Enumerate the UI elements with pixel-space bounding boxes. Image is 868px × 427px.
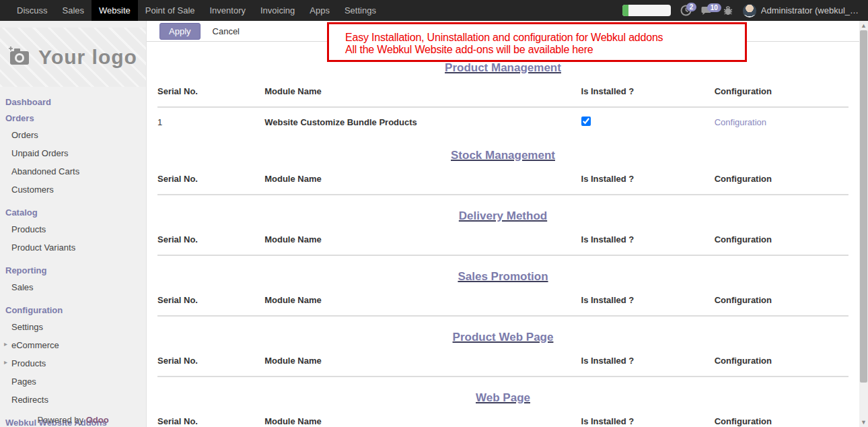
usage-progress-bar[interactable] [622,5,671,16]
column-header-serial-no: Serial No. [157,356,264,366]
sidebar-label: Abandoned Carts [11,166,79,176]
sidebar-header-configuration[interactable]: Configuration [0,302,146,318]
sidebar-item-products[interactable]: Products [0,220,146,238]
column-header-configuration: Configuration [715,416,848,426]
sidebar-label: Catalog [5,207,38,218]
cell-serial: 1 [157,117,264,127]
table-header-row: Serial No.Module NameIs Installed ?Confi… [157,86,848,96]
progress-fill [622,5,628,16]
section-title[interactable]: Delivery Method [157,209,848,223]
sidebar: Your logo DashboardOrdersOrdersUnpaid Or… [0,21,147,427]
sidebar-label: Configuration [5,305,63,315]
column-header-configuration: Configuration [715,234,848,244]
annotation-line2: All the Webkul Website add-ons will be a… [345,44,738,56]
sidebar-item-pages[interactable]: Pages [0,372,146,391]
sidebar-item-product-variants[interactable]: Product Variants [0,238,146,257]
table-divider [157,376,848,377]
column-header-is-installed: Is Installed ? [581,295,715,305]
sidebar-item-ecommerce[interactable]: ▸eCommerce [0,336,146,354]
scroll-up-arrow[interactable]: ▲ [859,21,868,30]
section-title[interactable]: Web Page [157,391,848,405]
section-title[interactable]: Product Web Page [157,331,848,344]
nav-item-discuss[interactable]: Discuss [9,0,55,21]
table-divider [157,255,848,256]
activities-menu[interactable]: 2 [680,5,692,16]
apply-button[interactable]: Apply [159,23,201,40]
caret-right-icon: ▸ [4,340,7,348]
activities-badge: 2 [686,3,697,11]
column-header-serial-no: Serial No. [157,295,264,305]
section-delivery-method: Delivery MethodSerial No.Module NameIs I… [157,209,848,256]
nav-item-point-of-sale[interactable]: Point of Sale [138,0,203,21]
main-content: Apply Cancel Easy Installation, Uninstal… [147,21,859,427]
sidebar-label: Orders [5,113,34,123]
table-header-row: Serial No.Module NameIs Installed ?Confi… [157,234,848,244]
user-menu[interactable]: Administrator (webkul_… [743,4,859,18]
column-header-configuration: Configuration [715,174,848,184]
annotation-line1: Easy Installation, Uninstallation and co… [345,32,738,44]
column-header-is-installed: Is Installed ? [581,86,715,96]
sidebar-header-catalog[interactable]: Catalog [0,204,146,220]
vertical-scrollbar[interactable]: ▲ ▼ [859,21,868,427]
section-title[interactable]: Sales Promotion [157,270,848,284]
section-product-web-page: Product Web PageSerial No.Module NameIs … [157,331,848,377]
powered-by-label: Powered by [37,415,83,425]
sidebar-item-abandoned-carts[interactable]: Abandoned Carts [0,162,146,180]
nav-item-website[interactable]: Website [92,0,138,21]
messages-menu[interactable]: 10 [701,5,713,16]
sidebar-label: eCommerce [11,340,59,350]
sidebar-item-sales[interactable]: Sales [0,278,146,296]
column-header-module-name: Module Name [264,86,581,96]
nav-item-apps[interactable]: Apps [302,0,337,21]
odoo-brand-link[interactable]: Odoo [86,415,109,425]
powered-by: Powered by Odoo [0,415,146,425]
column-header-serial-no: Serial No. [157,86,264,96]
cancel-button[interactable]: Cancel [206,24,246,39]
section-title[interactable]: Product Management [157,61,848,75]
sidebar-item-customers[interactable]: Customers [0,180,146,199]
section-title[interactable]: Stock Management [157,149,848,162]
sidebar-label: Orders [11,130,38,140]
section-web-page: Web PageSerial No.Module NameIs Installe… [157,391,848,427]
sidebar-menu: DashboardOrdersOrdersUnpaid OrdersAbando… [0,91,146,427]
sidebar-item-redirects[interactable]: Redirects [0,391,146,409]
configuration-link[interactable]: Configuration [715,117,766,127]
annotation-callout: Easy Installation, Uninstallation and co… [327,22,747,62]
sidebar-header-dashboard[interactable]: Dashboard [0,94,146,110]
nav-item-settings[interactable]: Settings [337,0,384,21]
nav-item-sales[interactable]: Sales [55,0,92,21]
messages-badge: 10 [707,3,721,12]
column-header-module-name: Module Name [264,416,581,426]
sidebar-label: Dashboard [5,97,51,107]
scrollbar-thumb[interactable] [860,30,867,383]
section-stock-management: Stock ManagementSerial No.Module NameIs … [157,149,848,195]
sidebar-item-settings[interactable]: Settings [0,318,146,336]
scroll-down-arrow[interactable]: ▼ [859,418,868,427]
column-header-is-installed: Is Installed ? [581,416,715,426]
installed-checkbox[interactable] [581,117,591,126]
camera-icon [9,46,32,69]
sidebar-header-reporting[interactable]: Reporting [0,262,146,278]
company-logo[interactable]: Your logo [0,28,146,87]
nav-item-invoicing[interactable]: Invoicing [253,0,302,21]
nav-item-inventory[interactable]: Inventory [203,0,253,21]
sidebar-label: Pages [11,376,36,387]
sidebar-item-orders[interactable]: Orders [0,126,146,144]
debug-menu[interactable] [723,5,733,16]
column-header-module-name: Module Name [264,234,581,244]
sidebar-header-orders[interactable]: Orders [0,110,146,126]
sidebar-label: Settings [11,322,43,332]
column-header-module-name: Module Name [264,174,581,184]
sidebar-item-unpaid-orders[interactable]: Unpaid Orders [0,144,146,162]
user-name: Administrator (webkul_… [761,5,859,15]
systray: 2 10 Administrator (webkul_… [622,0,868,21]
sidebar-item-products[interactable]: ▸Products [0,354,146,372]
column-header-serial-no: Serial No. [157,416,264,426]
sections-container: Product ManagementSerial No.Module NameI… [147,42,859,427]
caret-right-icon: ▸ [4,358,7,366]
avatar [743,4,756,18]
column-header-configuration: Configuration [715,295,848,305]
sidebar-label: Redirects [11,395,48,405]
column-header-is-installed: Is Installed ? [581,356,715,366]
table-row: 1Website Customize Bundle ProductsConfig… [157,108,848,135]
